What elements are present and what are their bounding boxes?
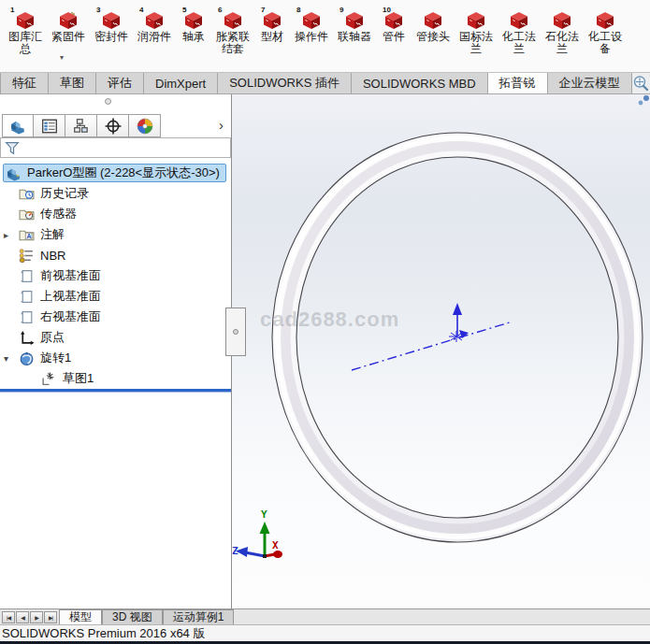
- watermark-text: cad2688.com: [260, 308, 399, 332]
- origin-icon: [19, 330, 35, 346]
- toolbar-item-expansion-sleeves[interactable]: 6 胀紧联结套: [211, 11, 254, 55]
- tree-item-label: 草图1: [63, 370, 94, 387]
- tree-item-history[interactable]: 历史记录: [0, 183, 231, 204]
- sw-cube-icon: [224, 11, 242, 30]
- tree-item-part-root[interactable]: ParkerO型圈 (2-228<显示状态-30>): [0, 163, 231, 183]
- toolbar-item-label: 润滑件: [136, 31, 173, 43]
- revolve-feature-icon: [19, 351, 35, 366]
- graphics-viewport[interactable]: cad2688.com Y Z X: [232, 94, 650, 608]
- toolbar-item-petrochemical-flanges[interactable]: 石化法兰: [541, 11, 584, 55]
- tab-sketch[interactable]: 草图: [49, 73, 96, 93]
- tab-features[interactable]: 特征: [0, 73, 49, 93]
- tree-item-revolve1[interactable]: ▾ 旋转1: [0, 348, 231, 368]
- tab-topruri[interactable]: 拓普锐: [488, 73, 548, 93]
- tree-item-sensors[interactable]: 传感器: [0, 204, 231, 224]
- sw-cube-icon: [184, 11, 203, 30]
- tree-item-front-plane[interactable]: 前视基准面: [0, 265, 231, 286]
- toolbar-item-label: 管件: [375, 31, 412, 43]
- tree-item-sketch1[interactable]: 草图1: [0, 368, 231, 389]
- clipped-toolbar-icon[interactable]: [637, 94, 650, 106]
- material-icon: [19, 248, 35, 264]
- toolbar-item-pipe-fittings[interactable]: 管接头: [412, 11, 455, 43]
- tree-item-right-plane[interactable]: 右视基准面: [0, 307, 231, 327]
- toolbar-item-profiles[interactable]: 7 型材: [254, 11, 290, 43]
- toolbar-item-lubrication[interactable]: 4 润滑件: [133, 11, 176, 43]
- status-text: SOLIDWORKS Premium 2016 x64 版: [2, 625, 205, 642]
- plane-icon: [19, 289, 35, 305]
- toolbar-item-seals[interactable]: 3 密封件: [90, 11, 133, 43]
- previous-tab-button[interactable]: ◀: [16, 611, 29, 623]
- tree-item-material-nbr[interactable]: NBR: [0, 245, 231, 265]
- toolbar-item-fasteners[interactable]: 紧固件: [47, 11, 90, 43]
- first-tab-button[interactable]: |◀: [2, 611, 15, 623]
- tree-item-annotations[interactable]: ▸ A 注解: [0, 224, 231, 245]
- next-tab-button[interactable]: ▶: [30, 611, 43, 623]
- panel-tabs-more-arrow[interactable]: ›: [219, 112, 224, 132]
- sw-cube-icon: [596, 11, 614, 30]
- toolbar-item-label: 轴承: [175, 31, 212, 43]
- toolbar-item-gb-flanges[interactable]: 国标法兰: [455, 11, 498, 55]
- tab-solidworks-mbd[interactable]: SOLIDWORKS MBD: [352, 73, 488, 93]
- tab-feature-manager-tree[interactable]: [2, 114, 34, 137]
- tab-display-manager[interactable]: [129, 114, 161, 137]
- rollback-bar[interactable]: [0, 389, 231, 392]
- tab-3d-views[interactable]: 3D 视图: [102, 609, 163, 624]
- tree-item-top-plane[interactable]: 上视基准面: [0, 286, 231, 307]
- triad-y-label: Y: [261, 508, 267, 521]
- tree-item-label: 右视基准面: [40, 308, 101, 325]
- sw-cube-icon: [345, 11, 364, 30]
- display-manager-icon: [137, 118, 153, 135]
- panel-splitter-handle[interactable]: [225, 308, 246, 356]
- tab-configuration-manager[interactable]: [65, 114, 97, 137]
- splitter-dot-icon[interactable]: [105, 98, 111, 105]
- toolbar-dropdown-arrow-icon[interactable]: ▾: [60, 53, 64, 62]
- tab-enterprise-cloud-model[interactable]: 企业云模型: [548, 73, 632, 93]
- toolbar-item-couplings[interactable]: 9 联轴器: [333, 11, 376, 43]
- toolbar-item-label: 化工设备: [586, 31, 624, 55]
- tab-solidworks-addins[interactable]: SOLIDWORKS 插件: [218, 73, 352, 93]
- toolbar-item-chemical-equipment[interactable]: 化工设备: [584, 11, 627, 55]
- splitter-dot-icon: [233, 329, 238, 335]
- triad-x-arrow-icon: [273, 551, 282, 558]
- triad-x-label: X: [272, 539, 279, 551]
- tree-filter-row[interactable]: [0, 137, 231, 158]
- toolbar-item-pipe-parts[interactable]: 10 管件: [376, 11, 412, 43]
- tree-item-label: 上视基准面: [40, 288, 101, 305]
- sw-cube-icon: [510, 11, 528, 30]
- toolbar-item-label: 国标法兰: [457, 31, 495, 55]
- tab-model[interactable]: 模型: [59, 609, 102, 624]
- tab-evaluate[interactable]: 评估: [96, 73, 144, 93]
- toolbar-item-label: 操作件: [293, 31, 330, 43]
- toolbar-item-number: 6: [218, 6, 222, 14]
- toolbar-item-label: 密封件: [93, 31, 130, 43]
- toolbar-item-label: 紧固件: [50, 31, 87, 43]
- configuration-manager-icon: [73, 118, 90, 135]
- expand-collapsed-icon[interactable]: ▸: [0, 230, 19, 240]
- toolbar-item-number: 7: [261, 6, 265, 14]
- tab-dimxpert-manager[interactable]: [97, 114, 129, 137]
- toolbar-item-label: 石化法兰: [543, 31, 581, 55]
- toolbar-item-number: 1: [10, 6, 14, 14]
- tree-item-origin[interactable]: 原点: [0, 327, 231, 348]
- zoom-to-fit-icon[interactable]: [632, 75, 650, 93]
- toolbar-item-label: 型材: [253, 31, 291, 43]
- tree-item-label: ParkerO型圈 (2-228<显示状态-30>): [27, 165, 220, 181]
- tree-item-label: 历史记录: [40, 185, 89, 202]
- tab-dimxpert[interactable]: DimXpert: [144, 73, 218, 93]
- sw-cube-icon: [16, 11, 35, 30]
- tab-property-manager[interactable]: [34, 114, 65, 137]
- solidworks-window: ▾ 1 图库汇总 紧固件 3 密封件 4 润滑件 5 轴承 6: [0, 0, 650, 644]
- history-folder-icon: [19, 186, 35, 202]
- last-tab-button[interactable]: ▶|: [44, 611, 57, 623]
- tab-motion-study-1[interactable]: 运动算例1: [163, 609, 235, 624]
- triad-y-arrow-icon: [260, 522, 270, 534]
- tree-item-label: NBR: [40, 249, 65, 263]
- toolbar-item-bearings[interactable]: 5 轴承: [176, 11, 211, 43]
- plane-icon: [19, 268, 35, 284]
- status-bar: SOLIDWORKS Premium 2016 x64 版: [0, 624, 650, 641]
- feature-manager-panel: › ParkerO型圈 (2-228<显示状态-30>) 历史记录: [0, 94, 232, 608]
- expand-expanded-icon[interactable]: ▾: [0, 353, 19, 364]
- toolbar-item-library-summary[interactable]: 1 图库汇总: [4, 11, 47, 55]
- toolbar-item-chemical-flanges[interactable]: 化工法兰: [498, 11, 541, 55]
- toolbar-item-operating-parts[interactable]: 8 操作件: [290, 11, 333, 43]
